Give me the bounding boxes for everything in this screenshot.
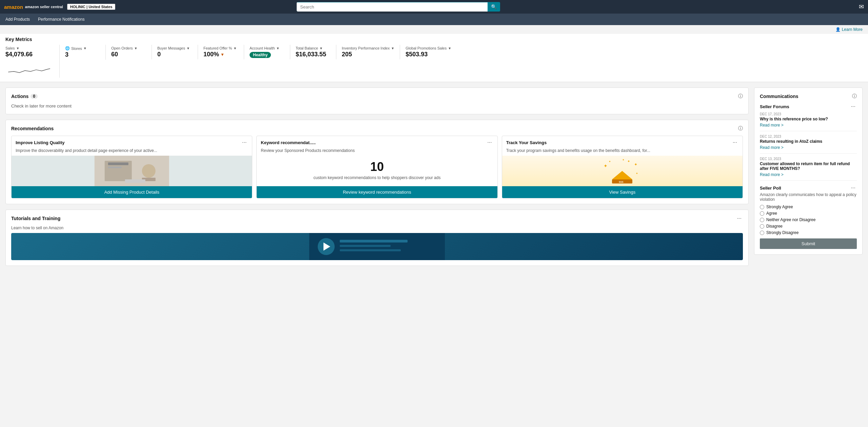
- open-orders-dropdown[interactable]: ▼: [134, 46, 138, 50]
- metric-inventory-performance-value: 205: [342, 51, 394, 58]
- metric-featured-offer-label: Featured Offer % ▼: [203, 46, 238, 50]
- tutorials-title: Tutorials and Training: [11, 216, 60, 221]
- forum-item-2-read-more[interactable]: Read more >: [760, 145, 784, 150]
- poll-option-disagree: Disagree: [760, 224, 857, 229]
- actions-count: 0: [31, 94, 38, 99]
- poll-radio-agree[interactable]: [760, 211, 764, 216]
- metric-open-orders-label: Open Orders ▼: [111, 46, 146, 50]
- actions-header: Actions 0 ⓘ: [11, 93, 743, 99]
- buyer-messages-dropdown[interactable]: ▼: [186, 46, 190, 50]
- recommendations-header: Recommendations ⓘ: [11, 125, 743, 132]
- account-health-dropdown[interactable]: ▼: [276, 46, 280, 50]
- metric-sales-label: Sales ▼: [5, 46, 54, 50]
- svg-rect-20: [340, 245, 391, 247]
- poll-radio-disagree[interactable]: [760, 224, 764, 229]
- recommendations-info-icon[interactable]: ⓘ: [738, 125, 743, 132]
- svg-text:✦: ✦: [634, 162, 637, 167]
- sales-chart: Dec 13 16 19: [5, 59, 53, 76]
- learn-more-banner: 👤 Learn More: [0, 25, 868, 34]
- metric-sales-value: $4,079.66: [5, 51, 54, 58]
- metric-inventory-performance: Inventory Performance Index ▼ 205: [342, 45, 400, 59]
- svg-rect-21: [340, 249, 401, 251]
- review-keyword-recommendations-button[interactable]: Review keyword recommendations: [257, 186, 497, 198]
- tutorials-header: Tutorials and Training ···: [11, 215, 743, 221]
- rec-grid: Improve Listing Quality ··· Improve the …: [11, 136, 743, 198]
- rec-card-savings-menu[interactable]: ···: [731, 139, 738, 145]
- communications-card: Communications ⓘ Seller Forums ··· DEC 1…: [754, 88, 863, 255]
- forum-item-3-text: Customer allowed to return item for full…: [760, 161, 857, 171]
- metric-stores-label: 🌐 Stores ▼: [65, 46, 100, 51]
- sales-dropdown[interactable]: ▼: [16, 46, 20, 50]
- performance-notifications-link[interactable]: Performance Notifications: [38, 17, 84, 22]
- rec-card-savings: Track Your Savings ··· Track your progra…: [502, 136, 743, 198]
- featured-offer-dropdown[interactable]: ▼: [233, 46, 237, 50]
- rec-card-keyword-menu[interactable]: ···: [486, 139, 493, 145]
- forum-item-1-read-more[interactable]: Read more >: [760, 123, 784, 128]
- total-balance-dropdown[interactable]: ▼: [319, 46, 323, 50]
- poll-radio-strongly-agree[interactable]: [760, 205, 764, 209]
- forum-item-1: DEC 17, 2023 Why is this reference price…: [760, 112, 857, 131]
- stores-globe-icon: 🌐: [65, 46, 70, 51]
- metric-account-health: Account Health ▼ Healthy: [250, 45, 290, 59]
- recommendations-title: Recommendations: [11, 126, 54, 131]
- metric-stores-value: 3: [65, 51, 100, 58]
- communications-info-icon[interactable]: ⓘ: [852, 93, 857, 99]
- rec-card-improve-listing-header: Improve Listing Quality ···: [12, 136, 252, 148]
- rec-card-improve-listing-menu[interactable]: ···: [241, 139, 248, 145]
- tutorials-card: Tutorials and Training ··· Learn how to …: [5, 210, 749, 266]
- metric-sales: Sales ▼ $4,079.66 Dec 13 16 19: [5, 45, 60, 78]
- mail-icon[interactable]: ✉: [859, 3, 864, 11]
- metric-featured-offer-value: 100% ▼: [203, 51, 238, 58]
- metric-inventory-performance-label: Inventory Performance Index ▼: [342, 46, 394, 50]
- recommendations-card: Recommendations ⓘ Improve Listing Qualit…: [5, 120, 749, 204]
- seller-central-label: amazon seller central: [25, 5, 63, 9]
- metric-total-balance: Total Balance ▼ $16,033.55: [296, 45, 336, 59]
- poll-radio-strongly-disagree[interactable]: [760, 231, 764, 235]
- main-content: Actions 0 ⓘ Check in later for more cont…: [0, 82, 868, 271]
- add-missing-product-details-button[interactable]: Add Missing Product Details: [12, 186, 252, 198]
- seller-forums-menu[interactable]: ···: [850, 103, 857, 110]
- add-products-link[interactable]: Add Products: [5, 17, 30, 22]
- metric-featured-offer: Featured Offer % ▼ 100% ▼: [203, 45, 244, 59]
- poll-label-agree: Agree: [766, 211, 777, 216]
- metrics-row: Sales ▼ $4,079.66 Dec 13 16 19 🌐 Stores: [5, 45, 863, 78]
- seller-poll-menu[interactable]: ···: [850, 185, 857, 191]
- forum-item-3-read-more[interactable]: Read more >: [760, 172, 784, 177]
- view-savings-button[interactable]: View Savings: [502, 186, 743, 198]
- inventory-performance-dropdown[interactable]: ▼: [391, 46, 394, 50]
- metric-account-health-value: Healthy: [250, 51, 284, 58]
- account-badge[interactable]: HOLINIC | United States: [67, 4, 116, 10]
- svg-text:✦: ✦: [627, 159, 630, 163]
- featured-offer-trend-icon: ▼: [220, 52, 224, 57]
- poll-option-strongly-disagree: Strongly Disagree: [760, 230, 857, 235]
- learn-more-link[interactable]: 👤 Learn More: [835, 27, 863, 32]
- metric-account-health-label: Account Health ▼: [250, 46, 284, 50]
- poll-question: Amazon clearly communicates how to appea…: [760, 192, 857, 202]
- forum-item-3-date: DEC 13, 2023: [760, 157, 857, 161]
- svg-text:✦: ✦: [609, 160, 611, 163]
- poll-label-disagree: Disagree: [766, 224, 783, 229]
- tutorials-menu[interactable]: ···: [736, 215, 743, 221]
- amazon-logo: amazon: [4, 4, 23, 10]
- search-button[interactable]: 🔍: [488, 2, 500, 12]
- right-column: Communications ⓘ Seller Forums ··· DEC 1…: [754, 88, 863, 266]
- svg-rect-3: [108, 167, 122, 168]
- tutorials-desc: Learn how to sell on Amazon: [11, 226, 743, 230]
- global-promotions-dropdown[interactable]: ▼: [448, 46, 451, 50]
- metric-buyer-messages-value: 0: [157, 51, 192, 58]
- rec-card-keyword-desc: Review your Sponsored Products recommend…: [257, 148, 497, 156]
- stores-dropdown[interactable]: ▼: [83, 46, 87, 50]
- search-input[interactable]: [297, 2, 488, 12]
- poll-radio-neither[interactable]: [760, 218, 764, 222]
- svg-text:✦: ✦: [636, 172, 638, 175]
- poll-label-strongly-agree: Strongly Agree: [766, 205, 793, 209]
- metric-stores: 🌐 Stores ▼ 3: [65, 45, 106, 60]
- tutorials-image: [11, 233, 743, 260]
- forum-item-2-text: Returns resulting in AtoZ claims: [760, 139, 857, 144]
- key-metrics-title: Key Metrics: [5, 37, 863, 42]
- svg-text:✦: ✦: [604, 163, 608, 169]
- metric-total-balance-label: Total Balance ▼: [296, 46, 331, 50]
- seller-forums-title: Seller Forums ···: [760, 103, 857, 110]
- actions-info-icon[interactable]: ⓘ: [738, 93, 743, 99]
- poll-submit-button[interactable]: Submit: [760, 238, 857, 249]
